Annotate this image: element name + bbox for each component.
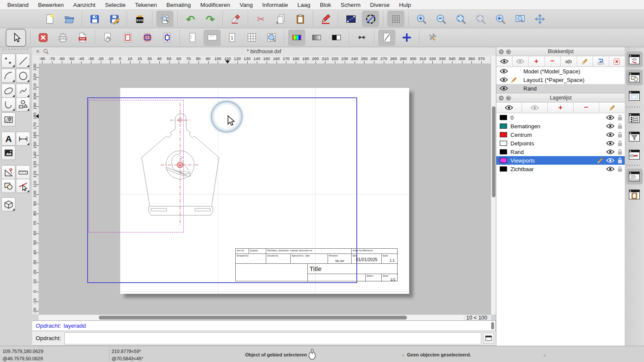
property-editor-panel-toggle[interactable] bbox=[626, 110, 643, 126]
layer-color-swatch[interactable] bbox=[500, 124, 507, 129]
remove-block-button[interactable]: − bbox=[545, 56, 561, 66]
move-page-button[interactable] bbox=[99, 30, 116, 46]
lineweight-button[interactable] bbox=[353, 30, 370, 46]
settings-button[interactable] bbox=[423, 30, 440, 46]
detach-panel-icon[interactable]: ❐ bbox=[506, 96, 511, 100]
spline-tools-button[interactable] bbox=[16, 84, 30, 98]
layer-color-swatch[interactable] bbox=[500, 158, 507, 163]
vertical-scrollbar-thumb[interactable] bbox=[492, 106, 495, 197]
menu-tekenen[interactable]: Tekenen bbox=[130, 2, 161, 8]
layer-visibility-icon[interactable] bbox=[606, 115, 614, 120]
zoom-in-button[interactable] bbox=[413, 11, 430, 27]
edit-layer-button[interactable] bbox=[599, 103, 625, 113]
crosshair-button[interactable] bbox=[398, 30, 415, 46]
block-edit-icon[interactable] bbox=[510, 77, 520, 83]
layer-row[interactable]: Zichtbaar bbox=[496, 165, 625, 173]
new-file-button[interactable] bbox=[41, 11, 58, 27]
hide-all-layers-button[interactable] bbox=[522, 103, 548, 113]
menu-bemating[interactable]: Bemating bbox=[161, 2, 195, 8]
zoom-out-button[interactable] bbox=[432, 11, 450, 27]
layer-visibility-icon[interactable] bbox=[606, 149, 614, 154]
layer-lock-icon[interactable] bbox=[617, 123, 623, 129]
layer-visibility-icon[interactable] bbox=[606, 132, 614, 137]
horizontal-scrollbar-thumb[interactable] bbox=[99, 316, 407, 320]
open-file-button[interactable] bbox=[61, 11, 78, 27]
horizontal-scrollbar[interactable]: 10 < 100 bbox=[39, 314, 491, 321]
add-block-button[interactable]: + bbox=[529, 56, 545, 66]
close-drawing-button[interactable] bbox=[34, 30, 52, 46]
command-input[interactable] bbox=[64, 332, 481, 344]
single-page-button[interactable]: 1 bbox=[223, 30, 240, 46]
drawing-canvas[interactable]: Item ref Quantity Title/Name, destinatio… bbox=[39, 63, 491, 314]
layer-lock-icon[interactable] bbox=[617, 140, 623, 146]
inspector-panel-toggle[interactable] bbox=[626, 147, 643, 163]
show-all-blocks-button[interactable] bbox=[496, 56, 513, 66]
polyline-tools-button[interactable] bbox=[1, 97, 15, 112]
portrait-page-button[interactable] bbox=[184, 30, 201, 46]
add-layer-button[interactable]: + bbox=[548, 103, 574, 113]
ellipse-tools-button[interactable] bbox=[1, 84, 15, 98]
block-tools-button[interactable] bbox=[1, 179, 15, 193]
layer-visibility-icon[interactable] bbox=[606, 124, 614, 129]
solid-tools-button[interactable] bbox=[1, 197, 15, 211]
hide-all-blocks-button[interactable] bbox=[513, 56, 529, 66]
layer-visibility-icon[interactable] bbox=[606, 166, 614, 172]
arc-tools-button[interactable] bbox=[1, 69, 15, 83]
text-tool-button[interactable]: A bbox=[1, 132, 15, 146]
menu-scherm[interactable]: Scherm bbox=[336, 2, 365, 8]
copy-button[interactable] bbox=[272, 11, 289, 27]
remove-layer-button[interactable]: − bbox=[574, 103, 599, 113]
menu-vang[interactable]: Vang bbox=[235, 2, 258, 8]
grayscale-mode-button[interactable] bbox=[308, 30, 325, 46]
paste-button[interactable] bbox=[292, 11, 309, 27]
show-all-layers-button[interactable] bbox=[496, 103, 522, 113]
svg-export-button[interactable]: SVG bbox=[131, 11, 148, 27]
close-document-icon[interactable]: ✕ bbox=[36, 48, 40, 54]
pdf-export-button[interactable]: PDF bbox=[74, 30, 91, 46]
menu-bewerken[interactable]: Bewerken bbox=[33, 2, 69, 8]
menu-bestand[interactable]: Bestand bbox=[3, 2, 33, 8]
fit-page-button[interactable] bbox=[158, 30, 176, 46]
layer-lock-icon[interactable] bbox=[617, 166, 623, 172]
zoom-selection-button[interactable] bbox=[472, 11, 489, 27]
blackwhite-mode-button[interactable] bbox=[328, 30, 345, 46]
layer-row[interactable]: 0 bbox=[496, 113, 625, 122]
menu-diverse[interactable]: Diverse bbox=[365, 2, 395, 8]
menu-modificeren[interactable]: Modificeren bbox=[196, 2, 235, 8]
layer-row[interactable]: Bematingen bbox=[496, 122, 625, 130]
layer-visibility-icon[interactable] bbox=[606, 141, 614, 146]
menu-selectie[interactable]: Selectie bbox=[100, 2, 130, 8]
layer-row[interactable]: Viewports bbox=[496, 156, 625, 165]
command-options-button[interactable] bbox=[483, 333, 494, 344]
block-visibility-icon[interactable] bbox=[500, 77, 508, 82]
line-tools-button[interactable] bbox=[16, 54, 30, 68]
page-borders-button[interactable] bbox=[119, 30, 136, 46]
menu-laag[interactable]: Laag bbox=[293, 2, 315, 8]
panel-grip[interactable] bbox=[3, 48, 28, 50]
zoom-auto-button[interactable] bbox=[452, 11, 469, 27]
circle-tools-button[interactable] bbox=[16, 69, 30, 83]
block-list-panel-toggle[interactable] bbox=[626, 69, 643, 85]
close-panel-icon[interactable]: ✕ bbox=[499, 49, 504, 54]
edit-pencil-button[interactable] bbox=[317, 11, 334, 27]
viewport-overlay-button[interactable] bbox=[139, 30, 156, 46]
menu-informatie[interactable]: Informatie bbox=[258, 2, 293, 8]
purge-block-button[interactable] bbox=[609, 56, 626, 66]
redo-button[interactable]: ↷ bbox=[201, 11, 219, 27]
layer-list-panel-toggle[interactable] bbox=[626, 51, 643, 67]
rename-block-button[interactable]: a|b bbox=[561, 56, 577, 66]
selection-tools-button[interactable] bbox=[16, 179, 30, 193]
image-tool-button[interactable] bbox=[1, 146, 15, 160]
layer-visibility-icon[interactable] bbox=[606, 158, 614, 163]
zoom-previous-button[interactable] bbox=[492, 11, 509, 27]
draft-circle-button[interactable] bbox=[362, 11, 379, 27]
save-button[interactable] bbox=[86, 11, 103, 27]
menu-aanzicht[interactable]: Aanzicht bbox=[69, 2, 100, 8]
pointer-button[interactable] bbox=[6, 29, 26, 47]
layer-row[interactable]: Rand bbox=[496, 148, 625, 156]
measure-tools-button[interactable] bbox=[16, 165, 30, 179]
layer-color-swatch[interactable] bbox=[500, 141, 507, 146]
magnifier-tab-icon[interactable] bbox=[43, 48, 49, 54]
block-row[interactable]: Layout1 (*Paper_Space) bbox=[496, 75, 625, 84]
insert-block-button[interactable] bbox=[593, 56, 609, 66]
